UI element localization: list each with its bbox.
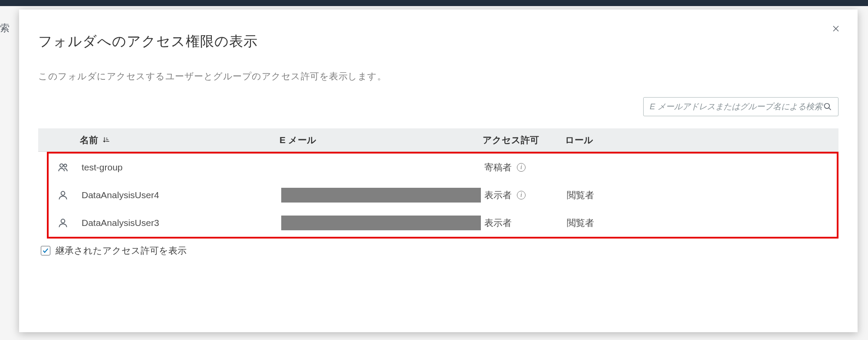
info-icon[interactable]: i	[517, 163, 526, 172]
topbar	[0, 0, 868, 6]
info-icon[interactable]: i	[517, 191, 526, 199]
redacted-email	[281, 216, 481, 230]
svg-point-10	[61, 219, 65, 223]
row-role: 閲覧者	[567, 217, 594, 229]
svg-point-7	[60, 164, 63, 167]
header-role: ロール	[565, 134, 593, 146]
modal-subtitle: このフォルダにアクセスするユーザーとグループのアクセス許可を表示します。	[38, 70, 838, 82]
user-icon	[49, 217, 82, 229]
header-email: E メール	[279, 134, 316, 146]
modal-title: フォルダへのアクセス権限の表示	[38, 32, 838, 51]
permissions-modal: フォルダへのアクセス権限の表示 このフォルダにアクセスするユーザーとグループのア…	[19, 10, 858, 332]
row-role: 閲覧者	[567, 189, 594, 201]
app-background: 索 フォルダへのアクセス権限の表示 このフォルダにアクセスするユーザーとグループ…	[0, 0, 868, 340]
inherited-permissions-row: 継承されたアクセス許可を表示	[38, 245, 838, 257]
svg-point-9	[61, 191, 65, 195]
search-icon	[823, 102, 832, 111]
check-icon	[42, 247, 49, 254]
close-icon	[832, 25, 840, 33]
close-button[interactable]	[829, 22, 843, 36]
bg-partial-text: 索	[0, 22, 10, 35]
row-name: test-group	[82, 162, 123, 173]
row-email	[281, 216, 484, 230]
row-permission: 表示者	[484, 189, 512, 201]
redacted-email	[281, 188, 481, 203]
header-permission: アクセス許可	[483, 134, 539, 146]
row-email	[281, 188, 484, 203]
svg-point-2	[825, 104, 830, 109]
group-icon	[49, 162, 82, 173]
header-name[interactable]: 名前	[80, 134, 98, 146]
row-name: DataAnalysisUser4	[82, 190, 159, 200]
search-row	[38, 97, 838, 116]
inherited-permissions-checkbox[interactable]	[41, 246, 50, 255]
inherited-permissions-label: 継承されたアクセス許可を表示	[56, 245, 187, 257]
search-field-wrap[interactable]	[643, 97, 838, 116]
table-row: test-group 寄稿者 i	[49, 154, 837, 181]
svg-point-8	[64, 164, 67, 167]
table-row: DataAnalysisUser4 表示者 i 閲覧者	[49, 181, 837, 209]
row-name: DataAnalysisUser3	[82, 218, 159, 228]
search-input[interactable]	[650, 102, 823, 111]
table-row: DataAnalysisUser3 表示者 閲覧者	[49, 209, 837, 237]
permissions-table: 名前 E メール アクセス許可 ロール test-group	[38, 128, 838, 239]
highlight-box: test-group 寄稿者 i DataAnalysisUser4	[47, 152, 838, 239]
svg-line-3	[829, 108, 831, 110]
user-icon	[49, 190, 82, 201]
row-permission: 寄稿者	[484, 161, 512, 173]
table-header-row: 名前 E メール アクセス許可 ロール	[38, 128, 838, 152]
row-permission: 表示者	[484, 217, 512, 229]
sort-ascending-icon[interactable]	[102, 136, 110, 144]
